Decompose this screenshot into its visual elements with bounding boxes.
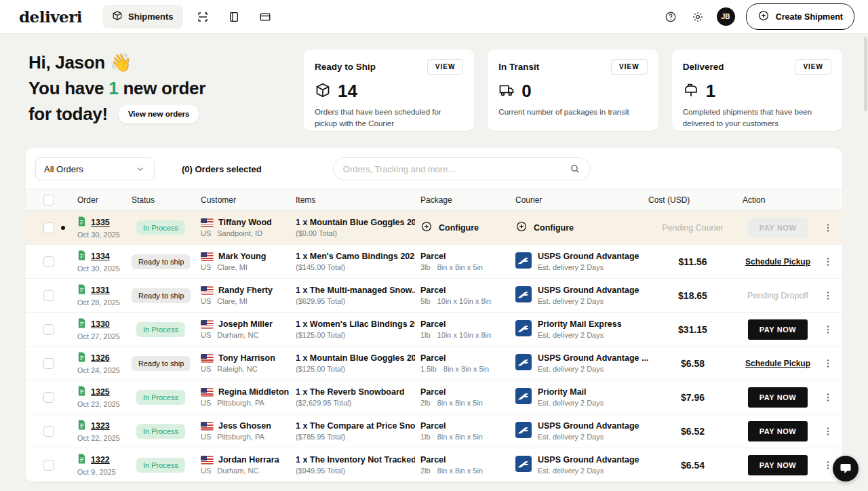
row-menu-button[interactable] bbox=[823, 324, 833, 335]
help-button[interactable] bbox=[663, 9, 679, 25]
row-checkbox[interactable] bbox=[43, 222, 54, 233]
package-specs: 1.5lb8in x 8in x 5in bbox=[420, 365, 510, 373]
order-link[interactable]: 1323 bbox=[91, 421, 110, 431]
courier-name: Priority Mail Express bbox=[538, 319, 622, 329]
us-flag-icon bbox=[201, 218, 214, 227]
stat-card-in-transit: In Transit VIEW 0 Current number of pack… bbox=[488, 50, 658, 131]
gear-icon bbox=[692, 11, 704, 23]
header-cost: Cost (USD) bbox=[648, 195, 743, 205]
customer-name: Mark Young bbox=[218, 252, 266, 261]
order-doc-icon bbox=[77, 386, 86, 398]
configure-label: Configure bbox=[534, 223, 574, 233]
us-flag-icon bbox=[201, 388, 214, 397]
pay-now-button[interactable]: PAY NOW bbox=[748, 319, 808, 340]
schedule-pickup-link[interactable]: Schedule Pickup bbox=[745, 359, 810, 368]
package-type: Parcel bbox=[420, 319, 510, 329]
schedule-pickup-link[interactable]: Schedule Pickup bbox=[745, 257, 810, 267]
settings-button[interactable] bbox=[690, 9, 706, 25]
stat-description: Orders that have been scheduled for pick… bbox=[315, 106, 463, 129]
tab-shipments[interactable]: Shipments bbox=[102, 5, 182, 28]
select-all-checkbox[interactable] bbox=[43, 195, 54, 205]
plus-circle-icon bbox=[420, 220, 433, 235]
chat-launcher-button[interactable] bbox=[833, 456, 859, 482]
row-checkbox[interactable] bbox=[43, 256, 54, 267]
stat-card-ready-to-ship: Ready to Ship VIEW 14 Orders that have b… bbox=[304, 50, 474, 131]
customer-location: Clare, MI bbox=[217, 263, 248, 271]
row-checkbox[interactable] bbox=[43, 460, 54, 471]
row-menu-button[interactable] bbox=[823, 460, 833, 471]
item-total: ($949.95 Total) bbox=[296, 467, 415, 475]
search-bar bbox=[333, 157, 591, 180]
row-menu-button[interactable] bbox=[823, 392, 833, 403]
usps-logo bbox=[515, 388, 532, 406]
item-total: ($785.95 Total) bbox=[296, 433, 415, 441]
order-date: Oct 9, 2025 bbox=[77, 468, 126, 476]
row-checkbox[interactable] bbox=[43, 324, 54, 335]
avatar[interactable]: JB bbox=[717, 7, 735, 26]
package-type: Parcel bbox=[420, 353, 510, 363]
order-date: Oct 22, 2025 bbox=[77, 434, 126, 442]
order-link[interactable]: 1326 bbox=[91, 353, 110, 363]
greeting-block: Hi, Jason 👋 You have 1 new order for tod… bbox=[28, 50, 288, 131]
row-checkbox[interactable] bbox=[43, 358, 54, 369]
package-specs: 2lb8in x 8in x 5in bbox=[420, 399, 510, 407]
view-delivered-button[interactable]: VIEW bbox=[795, 59, 831, 75]
status-badge: In Process bbox=[136, 390, 185, 405]
header-order: Order bbox=[77, 195, 132, 205]
row-checkbox[interactable] bbox=[43, 392, 54, 403]
usps-logo bbox=[515, 286, 532, 305]
row-menu-button[interactable] bbox=[823, 426, 833, 437]
configure-courier-button[interactable]: Configure bbox=[515, 220, 574, 235]
customer-country: US bbox=[201, 467, 211, 475]
order-doc-icon bbox=[77, 250, 86, 262]
header-items: Items bbox=[296, 195, 420, 205]
search-input[interactable] bbox=[343, 164, 570, 174]
truck-icon bbox=[498, 82, 515, 101]
item-name: 1 x The Reverb Snowboard bbox=[296, 387, 415, 397]
status-badge: Ready to ship bbox=[132, 288, 191, 303]
orders-filter-value: All Orders bbox=[44, 164, 83, 174]
order-link[interactable]: 1334 bbox=[91, 252, 110, 261]
item-name: 1 x Mountain Blue Goggles 2025 bbox=[296, 218, 415, 227]
docs-icon-button[interactable] bbox=[222, 5, 245, 28]
scrollbar-thumb[interactable] bbox=[864, 37, 867, 111]
item-name: 1 x Women's Lilac Bindings 20... bbox=[296, 319, 415, 329]
order-link[interactable]: 1322 bbox=[91, 455, 110, 465]
create-shipment-button[interactable]: Create Shipment bbox=[746, 3, 854, 30]
header-status: Status bbox=[132, 195, 201, 205]
row-checkbox[interactable] bbox=[43, 426, 54, 437]
stat-description: Completed shipments that have been deliv… bbox=[683, 106, 831, 129]
view-ready-to-ship-button[interactable]: VIEW bbox=[427, 59, 464, 75]
view-new-orders-button[interactable]: View new orders bbox=[117, 104, 201, 124]
pay-now-button[interactable]: PAY NOW bbox=[748, 455, 808, 475]
customer-name: Tony Harrison bbox=[218, 353, 275, 363]
order-link[interactable]: 1325 bbox=[91, 387, 110, 397]
brand-logo[interactable]: deliveri bbox=[19, 7, 82, 26]
configure-package-button[interactable]: Configure bbox=[420, 220, 479, 235]
view-in-transit-button[interactable]: VIEW bbox=[611, 59, 648, 75]
scan-icon-button[interactable] bbox=[191, 5, 214, 28]
order-link[interactable]: 1335 bbox=[91, 218, 110, 227]
customer-country: US bbox=[201, 263, 211, 271]
row-menu-button[interactable] bbox=[823, 290, 833, 301]
billing-icon-button[interactable] bbox=[254, 5, 277, 28]
row-menu-button[interactable] bbox=[823, 358, 833, 369]
order-link[interactable]: 1330 bbox=[91, 319, 110, 329]
order-link[interactable]: 1331 bbox=[91, 286, 110, 295]
customer-location: Raleigh, NC bbox=[217, 365, 257, 373]
pay-now-button[interactable]: PAY NOW bbox=[748, 421, 808, 441]
order-date: Oct 30, 2025 bbox=[77, 231, 126, 239]
new-order-count: 1 bbox=[108, 75, 118, 101]
row-menu-button[interactable] bbox=[823, 222, 833, 233]
header-package: Package bbox=[420, 195, 515, 205]
orders-filter-dropdown[interactable]: All Orders bbox=[35, 157, 155, 180]
cost-value: $6.52 bbox=[681, 426, 705, 437]
row-checkbox[interactable] bbox=[43, 290, 54, 301]
row-menu-button[interactable] bbox=[823, 256, 833, 267]
cost-value: $6.54 bbox=[681, 460, 705, 471]
order-doc-icon bbox=[77, 216, 86, 229]
item-total: ($125.00 Total) bbox=[296, 365, 415, 373]
greeting-text: Hi, Jason bbox=[28, 50, 105, 75]
customer-name: Jordan Herrara bbox=[218, 455, 279, 465]
pay-now-button[interactable]: PAY NOW bbox=[748, 387, 808, 408]
